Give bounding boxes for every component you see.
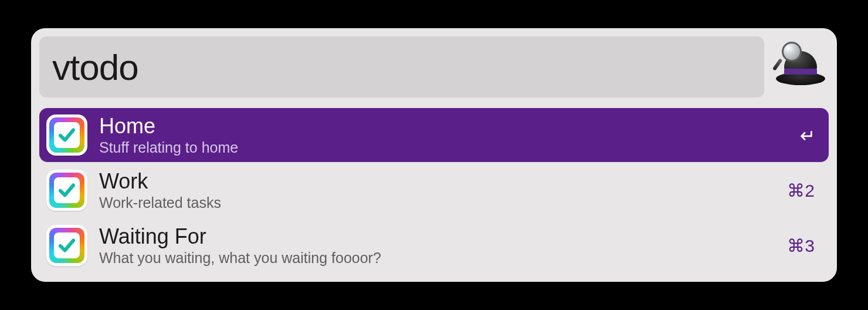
result-item[interactable]: Home Stuff relating to home [39,108,829,162]
result-subtitle: What you waiting, what you waiting foooo… [99,250,787,267]
result-text: Waiting For What you waiting, what you w… [99,224,787,267]
result-subtitle: Stuff relating to home [99,139,797,156]
search-box[interactable] [39,36,764,97]
checkmark-icon [57,125,77,145]
alfred-logo-icon [771,38,829,96]
result-item[interactable]: Waiting For What you waiting, what you w… [39,218,829,272]
todo-app-icon [45,169,89,212]
result-title: Home [99,114,797,138]
launcher-panel: Home Stuff relating to home Work Work-re… [31,28,837,282]
todo-app-icon [45,113,89,157]
return-key-icon [797,126,815,144]
checkmark-icon [57,235,77,255]
checkmark-icon [57,180,77,200]
result-item[interactable]: Work Work-related tasks ⌘2 [39,163,829,217]
result-subtitle: Work-related tasks [99,194,787,211]
result-shortcut: ⌘3 [787,235,815,256]
result-title: Waiting For [99,224,787,248]
result-shortcut: ⌘2 [787,180,815,201]
todo-app-icon [45,224,89,267]
search-row [39,36,829,97]
search-input[interactable] [52,46,751,88]
results-list: Home Stuff relating to home Work Work-re… [39,108,829,272]
result-text: Home Stuff relating to home [99,114,797,156]
result-title: Work [99,169,787,193]
magnifier-icon [777,42,804,69]
result-shortcut [797,126,815,144]
result-text: Work Work-related tasks [99,169,787,211]
